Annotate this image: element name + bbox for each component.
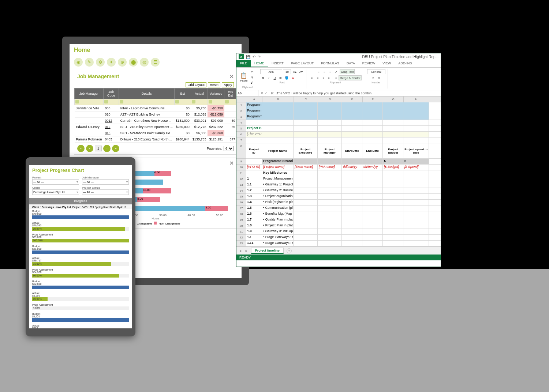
column-header[interactable]: Hrs Est xyxy=(224,88,237,99)
ribbon-tab[interactable]: VIEW xyxy=(379,60,395,67)
filter-cell[interactable] xyxy=(208,99,224,105)
decrease-font-icon[interactable]: A▾ xyxy=(298,69,304,74)
close-icon[interactable]: ✕ xyxy=(229,160,234,166)
column-header[interactable]: G xyxy=(383,97,404,102)
row-header[interactable]: 2 xyxy=(236,108,246,114)
filter-cell[interactable] xyxy=(174,99,191,105)
ribbon-tab[interactable]: FILE xyxy=(236,60,251,67)
toolbar-icon[interactable]: ⚙ xyxy=(96,58,105,67)
underline-icon[interactable]: U xyxy=(272,75,277,80)
row-header[interactable]: 18 xyxy=(236,211,246,217)
ribbon-tab[interactable]: REVIEW xyxy=(359,60,379,67)
ribbon-tab[interactable]: PAGE LAYOUT xyxy=(287,60,317,67)
column-header[interactable]: Variance xyxy=(208,88,224,99)
project-select[interactable]: --- All --- xyxy=(32,179,79,185)
toolbar-icon[interactable]: ◉ xyxy=(74,58,83,67)
row-header[interactable]: 3 xyxy=(236,114,246,120)
ribbon-tab[interactable]: HOME xyxy=(251,60,268,67)
toolbar-icon[interactable]: ⬤ xyxy=(129,58,138,67)
undo-icon[interactable]: ↶ xyxy=(253,55,255,59)
align-right-icon[interactable]: ≡ xyxy=(321,75,326,80)
indent-dec-icon[interactable]: ⇤ xyxy=(327,75,332,80)
ribbon-tab[interactable]: FORMULAS xyxy=(317,60,343,67)
wrap-text-button[interactable]: Wrap Text xyxy=(340,69,355,74)
border-icon[interactable]: ⊞ xyxy=(278,75,283,80)
status-select[interactable]: --- All --- xyxy=(82,189,129,195)
row-header[interactable]: 17 xyxy=(236,206,246,211)
pager-first-icon[interactable]: « xyxy=(77,145,85,152)
column-header[interactable]: Details xyxy=(119,88,175,99)
orientation-icon[interactable]: ⤢ xyxy=(334,69,339,74)
row-header[interactable]: 12 xyxy=(236,176,246,182)
cancel-formula-icon[interactable]: ✕ xyxy=(261,91,264,95)
save-icon[interactable]: 💾 xyxy=(246,55,250,59)
number-format-select[interactable]: General xyxy=(367,69,385,74)
column-header[interactable]: H xyxy=(404,97,429,102)
filter-cell[interactable] xyxy=(104,99,119,105)
grid-layout-button[interactable]: Grid Layout xyxy=(186,82,206,87)
apply-button[interactable]: Apply xyxy=(222,82,234,87)
row-header[interactable]: 9 xyxy=(236,159,246,165)
row-header[interactable]: 10 xyxy=(236,165,246,170)
fill-color-icon[interactable]: 🪣 xyxy=(284,75,290,80)
row-header[interactable]: 13 xyxy=(236,182,246,188)
filter-cell[interactable] xyxy=(75,99,104,105)
indent-inc-icon[interactable]: ⇥ xyxy=(333,75,338,80)
worksheet[interactable]: 123456789101112131415161718192021222324 … xyxy=(236,97,441,246)
pagesize-select[interactable]: 6 xyxy=(224,146,234,151)
filter-cell[interactable] xyxy=(191,99,208,105)
row-header[interactable]: 15 xyxy=(236,194,246,200)
row-header[interactable]: 1 xyxy=(236,102,246,108)
font-size-select[interactable]: 10 xyxy=(283,69,291,74)
copy-icon[interactable]: ⎘ xyxy=(250,75,255,80)
column-header[interactable]: D xyxy=(318,97,342,102)
row-header[interactable]: 14 xyxy=(236,188,246,194)
align-top-icon[interactable]: ≡ xyxy=(316,69,321,74)
column-header[interactable]: F xyxy=(363,97,383,102)
merge-center-button[interactable]: Merge & Center xyxy=(339,75,361,80)
row-header[interactable]: 11 xyxy=(236,170,246,176)
align-bot-icon[interactable]: ≡ xyxy=(328,69,333,74)
row-header[interactable]: 7 xyxy=(236,137,246,143)
row-header[interactable]: 8 xyxy=(236,143,246,159)
toolbar-icon[interactable]: ⊕ xyxy=(118,58,127,67)
row-header[interactable]: 19 xyxy=(236,217,246,223)
paste-button[interactable]: Paste xyxy=(240,79,247,82)
client-select[interactable]: Dressings Howe Pty Ltd xyxy=(32,189,79,195)
pager-next-icon[interactable]: › xyxy=(103,145,111,152)
sheet-tab[interactable]: Project timeline xyxy=(251,248,284,254)
column-header[interactable]: B xyxy=(262,97,294,102)
column-header[interactable]: E xyxy=(342,97,363,102)
ribbon-tab[interactable]: INSERT xyxy=(268,60,287,67)
column-header[interactable]: Job Code xyxy=(104,88,119,99)
ribbon-tab[interactable]: ADD-INS xyxy=(395,60,415,67)
bold-icon[interactable]: B xyxy=(260,75,265,80)
redo-icon[interactable]: ↷ xyxy=(258,55,261,59)
row-header[interactable]: 5 xyxy=(236,126,246,132)
row-header[interactable]: 21 xyxy=(236,229,246,235)
align-center-icon[interactable]: ≡ xyxy=(315,75,320,80)
column-header[interactable]: A xyxy=(246,97,262,102)
table-row[interactable]: 013SFD - McMahons Point Family Ho...$0$6… xyxy=(75,130,237,136)
filter-cell[interactable] xyxy=(119,99,175,105)
reset-button[interactable]: Reset xyxy=(208,82,220,87)
accept-formula-icon[interactable]: ✓ xyxy=(265,91,268,95)
formula-input[interactable]: [The VPO+ will be happy to help you get … xyxy=(275,90,441,96)
table-row[interactable]: 010AZT - AZT Building Sydney$0$12,059-$1… xyxy=(75,112,237,118)
align-left-icon[interactable]: ≡ xyxy=(309,75,314,80)
toolbar-icon[interactable]: ✎ xyxy=(85,58,94,67)
column-header[interactable]: Actual xyxy=(191,88,208,99)
row-header[interactable]: 16 xyxy=(236,200,246,206)
italic-icon[interactable]: I xyxy=(266,75,271,80)
row-header[interactable]: 20 xyxy=(236,223,246,229)
table-row[interactable]: Edward O'Leary012SFD - 245 Riley Street … xyxy=(75,124,237,130)
table-row[interactable]: Pamela Robinson0403DHowe - 213 Epping Ro… xyxy=(75,136,237,143)
tab-scroll-left-icon[interactable]: ◄ xyxy=(239,249,242,253)
row-header[interactable]: 22 xyxy=(236,235,246,241)
fx-icon[interactable]: fx xyxy=(270,90,275,96)
increase-font-icon[interactable]: A▴ xyxy=(292,69,297,74)
row-header[interactable]: 6 xyxy=(236,132,246,137)
column-header[interactable]: Est xyxy=(174,88,191,99)
row-header[interactable]: 23 xyxy=(236,241,246,246)
table-row[interactable]: 0012Curruth - Curruthers New House ...$1… xyxy=(75,118,237,124)
